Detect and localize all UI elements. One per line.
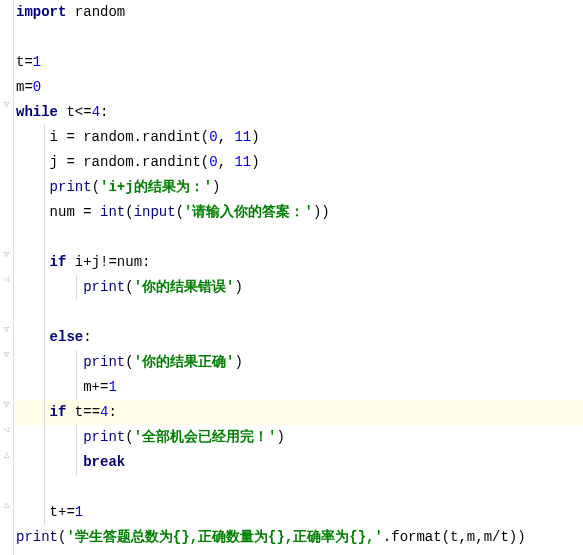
indent-guide bbox=[44, 200, 45, 225]
code-line[interactable]: break bbox=[16, 450, 583, 475]
indent-guide bbox=[44, 175, 45, 200]
paren: )) bbox=[313, 204, 330, 220]
indent-guide bbox=[44, 225, 45, 250]
code-line[interactable]: num = int(input('请输入你的答案：')) bbox=[16, 200, 583, 225]
text: num = bbox=[16, 204, 100, 220]
code-line[interactable]: print('全部机会已经用完！') bbox=[16, 425, 583, 450]
code-line[interactable]: import random bbox=[16, 0, 583, 25]
string-literal: '你的结果正确' bbox=[134, 354, 235, 370]
paren: ( bbox=[125, 279, 133, 295]
assign: m= bbox=[16, 79, 33, 95]
fold-icon[interactable] bbox=[1, 100, 12, 111]
indent-guide bbox=[44, 400, 45, 425]
code-line[interactable]: if i+j!=num: bbox=[16, 250, 583, 275]
code-line[interactable]: print('学生答题总数为{},正确数量为{},正确率为{},'.format… bbox=[16, 525, 583, 550]
format-call: .format(t,m,m/t)) bbox=[383, 529, 526, 545]
paren: ) bbox=[276, 429, 284, 445]
keyword-if: if bbox=[50, 404, 67, 420]
number-literal: 4 bbox=[92, 104, 100, 120]
indent-guide bbox=[76, 375, 77, 400]
expr: t== bbox=[66, 404, 100, 420]
code-line[interactable]: m+=1 bbox=[16, 375, 583, 400]
indent-guide bbox=[44, 150, 45, 175]
fold-icon[interactable] bbox=[1, 400, 12, 411]
number-literal: 0 bbox=[33, 79, 41, 95]
fold-icon[interactable] bbox=[1, 325, 12, 336]
paren: ) bbox=[212, 179, 220, 195]
colon: : bbox=[108, 404, 116, 420]
string-literal: 'i+j的结果为：' bbox=[100, 179, 212, 195]
indent bbox=[16, 279, 83, 295]
code-line[interactable]: while t<=4: bbox=[16, 100, 583, 125]
paren: ( bbox=[176, 204, 184, 220]
fold-icon[interactable] bbox=[1, 500, 12, 511]
paren: ) bbox=[234, 354, 242, 370]
code-line[interactable] bbox=[16, 475, 583, 500]
indent-guide bbox=[76, 350, 77, 375]
indent-guide bbox=[44, 425, 45, 450]
number-literal: 11 bbox=[234, 154, 251, 170]
string-literal: '你的结果错误' bbox=[134, 279, 235, 295]
paren: ( bbox=[125, 354, 133, 370]
builtin-int: int bbox=[100, 204, 125, 220]
fold-icon[interactable] bbox=[1, 450, 12, 461]
code-line[interactable]: j = random.randint(0, 11) bbox=[16, 150, 583, 175]
comma: , bbox=[218, 154, 235, 170]
paren: ( bbox=[125, 204, 133, 220]
code-line[interactable]: t=1 bbox=[16, 50, 583, 75]
indent-guide bbox=[44, 300, 45, 325]
comma: , bbox=[218, 129, 235, 145]
builtin-input: input bbox=[134, 204, 176, 220]
text: m+= bbox=[16, 379, 108, 395]
code-line-highlighted[interactable]: if t==4: bbox=[16, 400, 583, 425]
indent-guide bbox=[44, 500, 45, 525]
indent-guide bbox=[44, 350, 45, 375]
indent-guide bbox=[44, 250, 45, 275]
colon: : bbox=[100, 104, 108, 120]
keyword-while: while bbox=[16, 104, 58, 120]
paren: ) bbox=[234, 279, 242, 295]
assign: t= bbox=[16, 54, 33, 70]
number-literal: 1 bbox=[33, 54, 41, 70]
code-line[interactable]: else: bbox=[16, 325, 583, 350]
code-line[interactable] bbox=[16, 25, 583, 50]
indent bbox=[16, 429, 83, 445]
indent-guide bbox=[44, 375, 45, 400]
indent bbox=[16, 454, 83, 470]
gutter bbox=[0, 0, 14, 555]
paren: ( bbox=[125, 429, 133, 445]
indent-guide bbox=[44, 475, 45, 500]
string-literal: '全部机会已经用完！' bbox=[134, 429, 277, 445]
builtin-print: print bbox=[83, 279, 125, 295]
indent-guide bbox=[76, 425, 77, 450]
indent-guide bbox=[44, 125, 45, 150]
code-line[interactable] bbox=[16, 300, 583, 325]
number-literal: 1 bbox=[108, 379, 116, 395]
builtin-print: print bbox=[16, 529, 58, 545]
keyword-if: if bbox=[50, 254, 67, 270]
code-line[interactable]: i = random.randint(0, 11) bbox=[16, 125, 583, 150]
expr: i+j!=num: bbox=[66, 254, 150, 270]
code-line[interactable]: print('你的结果正确') bbox=[16, 350, 583, 375]
keyword-break: break bbox=[83, 454, 125, 470]
code-line[interactable]: print('你的结果错误') bbox=[16, 275, 583, 300]
indent-guide bbox=[44, 275, 45, 300]
module-name: random bbox=[66, 4, 125, 20]
fold-icon[interactable] bbox=[1, 275, 12, 286]
code-line[interactable]: print('i+j的结果为：') bbox=[16, 175, 583, 200]
paren: ) bbox=[251, 154, 259, 170]
code-line[interactable]: m=0 bbox=[16, 75, 583, 100]
indent-guide bbox=[76, 275, 77, 300]
code-line[interactable] bbox=[16, 225, 583, 250]
number-literal: 11 bbox=[234, 129, 251, 145]
number-literal: 1 bbox=[75, 504, 83, 520]
fold-icon[interactable] bbox=[1, 250, 12, 261]
indent bbox=[16, 354, 83, 370]
paren: ( bbox=[92, 179, 100, 195]
string-literal: '学生答题总数为{},正确数量为{},正确率为{},' bbox=[66, 529, 382, 545]
fold-icon[interactable] bbox=[1, 350, 12, 361]
code-line[interactable]: t+=1 bbox=[16, 500, 583, 525]
code-area[interactable]: import random t=1 m=0 while t<=4: i = ra… bbox=[14, 0, 583, 555]
fold-icon[interactable] bbox=[1, 425, 12, 436]
number-literal: 0 bbox=[209, 129, 217, 145]
